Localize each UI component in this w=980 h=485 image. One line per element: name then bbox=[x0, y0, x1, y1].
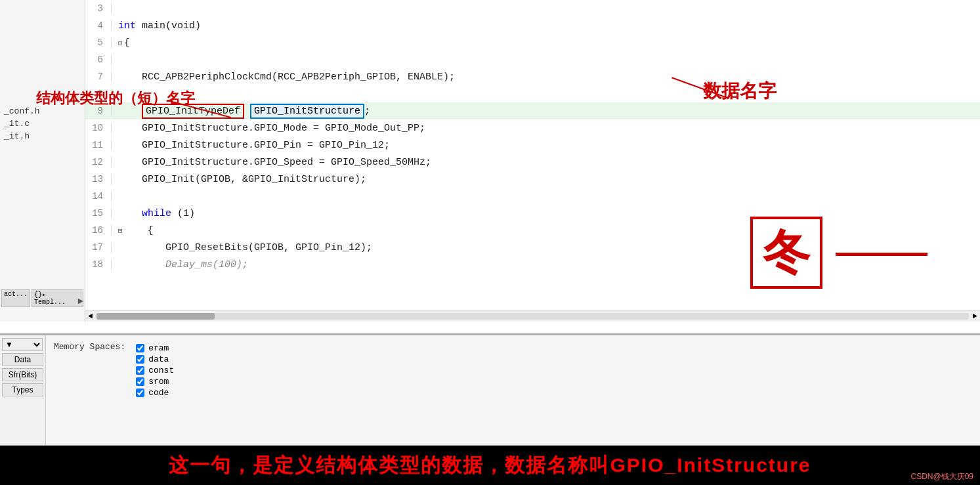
line-num-17: 17 bbox=[85, 242, 112, 253]
line-num-11: 11 bbox=[85, 140, 112, 150]
collapse-16[interactable]: ⊟ bbox=[118, 226, 123, 235]
line-content-10: GPIO_InitStructure.GPIO_Mode = GPIO_Mode… bbox=[118, 123, 980, 134]
keyword-int: int bbox=[118, 20, 136, 32]
line-num-10: 10 bbox=[85, 123, 112, 133]
mem-label-code: code bbox=[148, 388, 169, 398]
mem-check-code: code bbox=[136, 388, 174, 398]
sidebar-item-it-h[interactable]: _it.h bbox=[0, 130, 85, 142]
line-num-13: 13 bbox=[85, 174, 112, 184]
tab-act[interactable]: act... bbox=[1, 289, 30, 307]
line-content-18: Delay_ms(100); bbox=[118, 259, 980, 270]
gpio-initstructure-box: GPIO_InitStructure bbox=[250, 104, 364, 119]
line-content-16: { bbox=[124, 225, 980, 236]
caption-bar: 这一句，是定义结构体类型的数据，数据名称叫GPIO_InitStructure … bbox=[0, 446, 980, 485]
sidebar-item-it-c[interactable]: _it.c bbox=[0, 117, 85, 130]
code-container: 3 4 int main(void) 5 ⊟ { 6 bbox=[85, 0, 980, 273]
checkbox-const[interactable] bbox=[136, 366, 144, 375]
editor-area: _conf.h _it.c _it.h act... {}▸ Templ... … bbox=[0, 0, 980, 335]
red-line bbox=[836, 253, 927, 256]
mem-check-data: data bbox=[136, 354, 174, 364]
code-panel: 3 4 int main(void) 5 ⊟ { 6 bbox=[85, 0, 980, 322]
line-num-16: 16 bbox=[85, 225, 112, 236]
collapse-5[interactable]: ⊟ bbox=[118, 39, 123, 47]
mem-label-data: data bbox=[148, 354, 169, 364]
lower-left-panel: ▼ Data Sfr(Bits) Types bbox=[0, 335, 46, 445]
sidebar-arrow[interactable]: ► bbox=[78, 296, 83, 306]
code-line-15: 15 while (1) bbox=[85, 205, 980, 222]
code-line-3: 3 bbox=[85, 0, 980, 17]
big-char-box: 冬 bbox=[750, 217, 822, 289]
annotation-struct-type: 结构体类型的（短）名字 bbox=[36, 89, 195, 108]
mem-check-srom: srom bbox=[136, 377, 174, 387]
mem-check-const: const bbox=[136, 366, 174, 375]
code-line-8: 8 bbox=[85, 85, 980, 102]
left-sidebar: _conf.h _it.c _it.h act... {}▸ Templ... … bbox=[0, 0, 85, 322]
scroll-left-arrow[interactable]: ◄ bbox=[85, 312, 95, 321]
line-num-18: 18 bbox=[85, 259, 112, 270]
line-content-17: GPIO_ResetBits(GPIOB, GPIO_Pin_12); bbox=[118, 242, 980, 253]
line-num-5: 5 bbox=[85, 37, 112, 48]
code-line-14: 14 bbox=[85, 188, 980, 205]
line-content-12: GPIO_InitStructure.GPIO_Speed = GPIO_Spe… bbox=[118, 157, 980, 168]
memory-checkboxes: eram data const srom bbox=[136, 341, 174, 400]
checkbox-code[interactable] bbox=[136, 389, 144, 397]
checkbox-srom[interactable] bbox=[136, 377, 144, 386]
line-num-7: 7 bbox=[85, 72, 112, 82]
tab-templ[interactable]: {}▸ Templ... bbox=[32, 289, 83, 307]
types-button[interactable]: Types bbox=[2, 383, 43, 396]
checkbox-data[interactable] bbox=[136, 355, 144, 364]
line-num-15: 15 bbox=[85, 208, 112, 219]
line-content-13: GPIO_Init(GPIOB, &GPIO_InitStructure); bbox=[118, 174, 980, 185]
code-line-7: 7 RCC_APB2PeriphClockCmd(RCC_APB2Periph_… bbox=[85, 68, 980, 85]
memory-spaces-label: Memory Spaces: bbox=[54, 341, 125, 352]
line-content-5: { bbox=[124, 37, 980, 49]
memory-spaces-row: Memory Spaces: eram data con bbox=[54, 341, 972, 400]
lower-panel: ▼ Data Sfr(Bits) Types Memory Spaces: er… bbox=[0, 335, 980, 446]
code-line-18: 18 Delay_ms(100); bbox=[85, 256, 980, 273]
data-button[interactable]: Data bbox=[2, 353, 43, 366]
code-line-16: 16 ⊟ { bbox=[85, 222, 980, 239]
mem-label-srom: srom bbox=[148, 377, 169, 387]
scroll-thumb[interactable] bbox=[96, 313, 215, 320]
line-content-7: RCC_APB2PeriphClockCmd(RCC_APB2Periph_GP… bbox=[118, 72, 980, 83]
line-num-6: 6 bbox=[85, 54, 112, 65]
code-line-4: 4 int main(void) bbox=[85, 17, 980, 34]
delay-call: Delay_ms(100); bbox=[165, 259, 248, 270]
line-content-4: int main(void) bbox=[118, 20, 980, 32]
line-content-15: while (1) bbox=[118, 208, 980, 219]
lower-right-panel: Memory Spaces: eram data con bbox=[46, 335, 980, 445]
mem-label-const: const bbox=[148, 366, 174, 375]
mem-check-eram: eram bbox=[136, 343, 174, 353]
code-line-5: 5 ⊟ { bbox=[85, 34, 980, 51]
memory-select[interactable]: ▼ bbox=[2, 338, 43, 351]
code-line-13: 13 GPIO_Init(GPIOB, &GPIO_InitStructure)… bbox=[85, 171, 980, 188]
line-num-3: 3 bbox=[85, 3, 112, 14]
code-line-11: 11 GPIO_InitStructure.GPIO_Pin = GPIO_Pi… bbox=[85, 137, 980, 154]
keyword-while: while bbox=[142, 208, 171, 219]
sfr-bits-button[interactable]: Sfr(Bits) bbox=[2, 368, 43, 381]
annotation-data-name: 数据名字 bbox=[703, 79, 777, 104]
code-line-12: 12 GPIO_InitStructure.GPIO_Speed = GPIO_… bbox=[85, 154, 980, 171]
checkbox-eram[interactable] bbox=[136, 344, 144, 352]
scroll-track bbox=[96, 313, 969, 320]
line-num-4: 4 bbox=[85, 20, 112, 31]
line-num-14: 14 bbox=[85, 191, 112, 201]
line-content-9: GPIO_InitTypeDef GPIO_InitStructure; bbox=[118, 106, 980, 117]
line-num-12: 12 bbox=[85, 157, 112, 167]
watermark: CSDN@钱大庆09 bbox=[910, 471, 973, 482]
scroll-right-arrow[interactable]: ► bbox=[970, 312, 980, 321]
code-text-4: main(void) bbox=[136, 20, 201, 32]
code-line-6: 6 bbox=[85, 51, 980, 68]
code-line-9: 9 GPIO_InitTypeDef GPIO_InitStructure; bbox=[85, 102, 980, 119]
mem-label-eram: eram bbox=[148, 343, 169, 353]
caption-text: 这一句，是定义结构体类型的数据，数据名称叫GPIO_InitStructure bbox=[169, 452, 811, 479]
line-content-11: GPIO_InitStructure.GPIO_Pin = GPIO_Pin_1… bbox=[118, 140, 980, 151]
h-scrollbar[interactable]: ◄ ► bbox=[85, 310, 980, 322]
code-line-10: 10 GPIO_InitStructure.GPIO_Mode = GPIO_M… bbox=[85, 119, 980, 137]
